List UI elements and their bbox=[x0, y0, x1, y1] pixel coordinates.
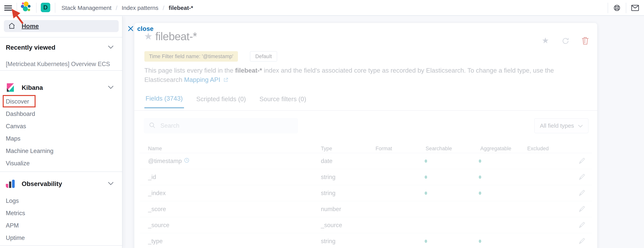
chevron-down-icon bbox=[578, 122, 583, 129]
aggregatable-dot bbox=[479, 175, 481, 179]
header-divider bbox=[626, 3, 626, 13]
page-title: filebeat-* bbox=[156, 30, 197, 43]
menu-hamburger-button[interactable] bbox=[4, 5, 12, 11]
page-description: This page lists every field in the fileb… bbox=[144, 66, 587, 85]
help-icon[interactable] bbox=[608, 0, 626, 16]
main-content: close ★ filebeat-* ★ bbox=[123, 16, 644, 248]
header-divider bbox=[16, 3, 17, 13]
chevron-down-icon bbox=[108, 182, 114, 186]
field-type-cell: date bbox=[321, 158, 332, 165]
kibana-section-header[interactable]: Kibana bbox=[0, 82, 122, 93]
sidebar-item-label: Home bbox=[22, 22, 39, 30]
column-header-type: Type bbox=[321, 146, 332, 152]
tab-bar-border bbox=[134, 110, 597, 111]
external-link-icon bbox=[223, 76, 228, 85]
breadcrumb-index-patterns[interactable]: Index patterns bbox=[122, 5, 158, 11]
edit-field-pencil-icon[interactable] bbox=[578, 173, 585, 181]
favorite-star-icon: ★ bbox=[144, 31, 153, 41]
description-index-name: filebeat-* bbox=[235, 67, 262, 74]
sidebar-item-discover[interactable]: Discover bbox=[0, 98, 122, 105]
delete-trash-icon[interactable] bbox=[581, 36, 589, 46]
field-type-cell: string bbox=[321, 190, 336, 197]
navigation-menu: Home Recently viewed [Metricbeat Kuberne… bbox=[0, 16, 122, 248]
table-header-row: Name Type Format Searchable Aggregatable… bbox=[140, 144, 592, 153]
search-icon bbox=[149, 122, 156, 130]
tab-source-filters[interactable]: Source filters (0) bbox=[258, 95, 307, 108]
breadcrumb-stack-management[interactable]: Stack Management bbox=[62, 5, 111, 11]
close-icon bbox=[128, 25, 134, 32]
field-type-cell: string bbox=[321, 238, 336, 245]
table-row: _id string bbox=[140, 169, 592, 185]
sidebar-item-uptime[interactable]: Uptime bbox=[0, 234, 122, 242]
close-label: close bbox=[137, 25, 154, 32]
searchable-dot bbox=[425, 240, 427, 243]
sidebar-divider bbox=[0, 245, 122, 246]
searchable-dot bbox=[425, 191, 427, 195]
sidebar-item-metrics[interactable]: Metrics bbox=[0, 209, 122, 217]
set-default-star-icon[interactable]: ★ bbox=[542, 36, 549, 45]
column-header-aggregatable: Aggregatable bbox=[480, 146, 512, 152]
tab-fields[interactable]: Fields (3743) bbox=[144, 95, 184, 108]
section-title: Kibana bbox=[22, 84, 43, 91]
field-name-cell: _type bbox=[148, 238, 163, 245]
index-pattern-panel: ★ filebeat-* ★ bbox=[134, 23, 597, 248]
aggregatable-dot bbox=[479, 191, 481, 195]
edit-field-pencil-icon[interactable] bbox=[578, 221, 585, 229]
observability-logo-icon bbox=[6, 179, 15, 189]
field-type-cell: string bbox=[321, 174, 336, 181]
breadcrumb-separator: / bbox=[116, 4, 117, 11]
field-search-box bbox=[144, 118, 298, 133]
home-icon bbox=[8, 22, 16, 30]
column-header-excluded: Excluded bbox=[527, 146, 549, 152]
edit-field-pencil-icon[interactable] bbox=[578, 157, 585, 165]
sidebar-item-canvas[interactable]: Canvas bbox=[0, 122, 122, 130]
elastic-logo-icon[interactable] bbox=[20, 1, 32, 14]
sidebar-item-maps[interactable]: Maps bbox=[0, 135, 122, 143]
sidebar-item-apm[interactable]: APM bbox=[0, 222, 122, 230]
table-row: _index string bbox=[140, 185, 592, 201]
chevron-down-icon bbox=[108, 45, 114, 50]
sidebar-item-home[interactable]: Home bbox=[4, 20, 119, 32]
observability-section-header[interactable]: Observability bbox=[0, 179, 122, 189]
chevron-down-icon bbox=[108, 86, 114, 90]
edit-field-pencil-icon[interactable] bbox=[578, 205, 585, 213]
breadcrumb: Stack Management / Index patterns / file… bbox=[62, 0, 193, 16]
field-type-filter-label: All field types bbox=[540, 122, 574, 129]
edit-field-pencil-icon[interactable] bbox=[578, 189, 585, 197]
sidebar-item-dashboard[interactable]: Dashboard bbox=[0, 110, 122, 118]
edit-field-pencil-icon[interactable] bbox=[578, 237, 585, 245]
section-title: Observability bbox=[22, 180, 62, 188]
mapping-api-link[interactable]: Mapping API bbox=[184, 76, 220, 83]
searchable-dot bbox=[425, 175, 427, 179]
kibana-app: D Stack Management / Index patterns / fi… bbox=[0, 0, 644, 248]
tab-scripted-fields[interactable]: Scripted fields (0) bbox=[195, 95, 247, 108]
header-divider bbox=[36, 3, 36, 13]
aggregatable-dot bbox=[479, 159, 481, 163]
recently-viewed-header[interactable]: Recently viewed bbox=[0, 42, 122, 53]
sidebar-item-logs[interactable]: Logs bbox=[0, 197, 122, 205]
section-title: Recently viewed bbox=[6, 44, 56, 51]
field-name: @timestamp bbox=[148, 158, 182, 165]
search-input[interactable] bbox=[160, 122, 298, 129]
field-name-cell: _index bbox=[148, 190, 166, 197]
time-filter-badge: Time Filter field name: '@timestamp' bbox=[144, 51, 238, 62]
sidebar-divider bbox=[0, 70, 122, 71]
recently-viewed-item[interactable]: [Metricbeat Kubernetes] Overview ECS bbox=[0, 60, 122, 68]
description-text: This page lists every field in the bbox=[144, 67, 235, 74]
space-avatar[interactable]: D bbox=[41, 3, 50, 12]
column-header-searchable: Searchable bbox=[426, 146, 452, 152]
newsfeed-mail-icon[interactable] bbox=[626, 0, 644, 16]
close-flyout-button[interactable]: close bbox=[128, 25, 154, 32]
refresh-icon[interactable] bbox=[562, 37, 570, 46]
fields-table: @timestamp date bbox=[140, 153, 592, 248]
field-type-filter-dropdown[interactable]: All field types bbox=[534, 118, 588, 133]
breadcrumb-separator: / bbox=[163, 4, 164, 11]
field-name-cell: @timestamp bbox=[148, 158, 190, 165]
top-navigation-bar: D Stack Management / Index patterns / fi… bbox=[0, 0, 644, 16]
kibana-logo-icon bbox=[6, 82, 15, 93]
table-row: _source _source bbox=[140, 217, 592, 233]
sidebar-item-visualize[interactable]: Visualize bbox=[0, 160, 122, 167]
searchable-dot bbox=[425, 159, 427, 163]
field-name-cell: _score bbox=[148, 206, 166, 213]
sidebar-item-machine-learning[interactable]: Machine Learning bbox=[0, 147, 122, 155]
